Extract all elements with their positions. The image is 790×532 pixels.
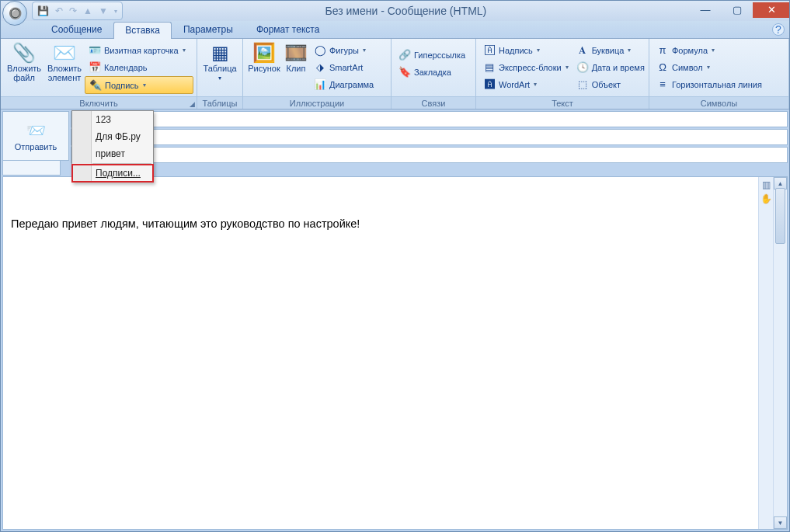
quickparts-button[interactable]: ▤Экспресс-блоки▾ <box>479 59 572 75</box>
chevron-down-icon: ▾ <box>143 82 146 89</box>
prev-icon[interactable]: ▲ <box>83 5 92 16</box>
signature-button[interactable]: ✒️ Подпись▾ <box>85 76 193 94</box>
signature-menu: 123 Для ФБ.ру привет Подписи... <box>71 110 154 183</box>
signature-item-123[interactable]: 123 <box>72 111 153 128</box>
cc-field[interactable] <box>71 129 788 145</box>
chevron-down-icon: ▾ <box>183 47 186 54</box>
bookmark-button[interactable]: 🔖Закладка <box>395 64 469 80</box>
scroll-thumb[interactable] <box>775 188 785 244</box>
shapes-button[interactable]: ◯Фигуры▾ <box>310 42 378 58</box>
textbox-button[interactable]: 🄰Надпись▾ <box>479 42 572 58</box>
pen-icon: ✒️ <box>89 79 102 91</box>
title-bar: 🔘 💾 ↶ ↷ ▲ ▼ ▾ Без имени - Сообщение (HTM… <box>1 1 789 21</box>
formula-button[interactable]: πФормула▾ <box>653 42 766 58</box>
ribbon-tabs: Сообщение Вставка Параметры Формат текст… <box>1 21 789 39</box>
smartart-icon: ⬗ <box>314 61 326 73</box>
group-label-illus: Иллюстрации <box>243 96 391 109</box>
object-button[interactable]: ⬚Объект <box>572 76 649 92</box>
maximize-button[interactable]: ▢ <box>721 2 753 18</box>
office-button[interactable]: 🔘 <box>2 1 27 26</box>
subject-field[interactable] <box>71 147 788 163</box>
send-icon: 📨 <box>26 121 46 140</box>
to-field[interactable] <box>71 111 788 127</box>
scroll-down-button[interactable]: ▼ <box>774 516 787 529</box>
datetime-button[interactable]: 🕓Дата и время <box>572 59 649 75</box>
group-label-tables: Таблицы <box>197 96 242 109</box>
clip-icon: 🎞️ <box>284 43 308 62</box>
redo-icon[interactable]: ↷ <box>69 5 77 16</box>
calendar-button[interactable]: 📅 Календарь <box>85 59 193 75</box>
dropcap-icon: 𝐀 <box>576 44 589 57</box>
window-title: Без имени - Сообщение (HTML) <box>123 5 689 17</box>
hyperlink-button[interactable]: 🔗Гиперссылка <box>395 47 469 63</box>
hand-icon[interactable]: ✋ <box>760 193 772 204</box>
formula-icon: π <box>656 44 669 56</box>
group-label-include: Включить◢ <box>1 96 197 109</box>
dialog-launcher-icon[interactable]: ◢ <box>190 100 195 108</box>
object-icon: ⬚ <box>576 78 589 90</box>
business-card-button[interactable]: 🪪 Визитная карточка▾ <box>85 42 193 58</box>
blocks-icon: ▤ <box>483 61 496 73</box>
paperclip-icon: 📎 <box>12 43 36 62</box>
dropcap-button[interactable]: 𝐀Буквица▾ <box>572 42 649 58</box>
send-button[interactable]: 📨 Отправить <box>2 111 69 161</box>
signature-item-signatures[interactable]: Подписи... <box>72 165 153 182</box>
close-button[interactable]: ✕ <box>753 2 789 18</box>
help-icon[interactable]: ? <box>772 23 785 36</box>
signature-item-privet[interactable]: привет <box>72 145 153 162</box>
hr-button[interactable]: ≡Горизонтальная линия <box>653 76 766 92</box>
group-label-symbols: Символы <box>649 96 788 109</box>
textbox-icon: 🄰 <box>483 44 496 56</box>
undo-icon[interactable]: ↶ <box>55 5 63 16</box>
clipart-button[interactable]: 🎞️ Клип <box>282 40 310 96</box>
symbol-icon: Ω <box>656 61 669 73</box>
wordart-button[interactable]: 🅰WordArt▾ <box>479 76 572 92</box>
chart-button[interactable]: 📊Диаграмма <box>310 76 378 92</box>
calendar-icon: 📅 <box>89 61 101 73</box>
attach-file-button[interactable]: 📎 Вложить файл <box>4 40 44 96</box>
next-icon[interactable]: ▼ <box>99 5 108 16</box>
picture-icon: 🖼️ <box>252 43 276 62</box>
group-label-links: Связи <box>392 96 475 109</box>
attach-item-button[interactable]: ✉️ Вложить элемент <box>44 40 85 96</box>
group-label-text: Текст <box>476 96 649 109</box>
smartart-button[interactable]: ⬗SmartArt <box>310 59 378 75</box>
picture-button[interactable]: 🖼️ Рисунок <box>246 40 282 96</box>
symbol-button[interactable]: ΩСимвол▾ <box>653 59 766 75</box>
save-icon[interactable]: 💾 <box>37 5 49 16</box>
minimize-button[interactable]: — <box>689 2 721 18</box>
subject-label-area <box>2 161 61 176</box>
tab-format[interactable]: Формат текста <box>245 21 331 38</box>
body-side-tools: ▥ ✋ <box>758 177 773 529</box>
ribbon: 📎 Вложить файл ✉️ Вложить элемент 🪪 Визи… <box>1 39 789 110</box>
hyperlink-icon: 🔗 <box>398 49 411 61</box>
ruler-icon[interactable]: ▥ <box>762 179 771 190</box>
vertical-scrollbar[interactable]: ▲ ▼ <box>773 177 787 529</box>
chart-icon: 📊 <box>314 78 326 90</box>
bookmark-icon: 🔖 <box>398 66 411 78</box>
card-icon: 🪪 <box>89 44 101 56</box>
tab-message[interactable]: Сообщение <box>40 21 113 38</box>
chevron-down-icon: ▾ <box>218 75 221 82</box>
tab-insert[interactable]: Вставка <box>113 22 172 39</box>
table-button[interactable]: ▦ Таблица ▾ <box>200 40 239 96</box>
wordart-icon: 🅰 <box>483 78 496 90</box>
hr-icon: ≡ <box>656 78 669 90</box>
tab-options[interactable]: Параметры <box>172 21 245 38</box>
quick-access-toolbar: 💾 ↶ ↷ ▲ ▼ ▾ <box>32 2 123 20</box>
qat-dropdown-icon[interactable]: ▾ <box>114 8 117 15</box>
message-body[interactable]: Передаю привет людям, читающим это руков… <box>3 177 758 529</box>
shapes-icon: ◯ <box>314 44 326 56</box>
envelope-icon: ✉️ <box>53 43 76 62</box>
table-icon: ▦ <box>211 43 229 62</box>
datetime-icon: 🕓 <box>576 61 589 73</box>
signature-item-fb[interactable]: Для ФБ.ру <box>72 128 153 145</box>
